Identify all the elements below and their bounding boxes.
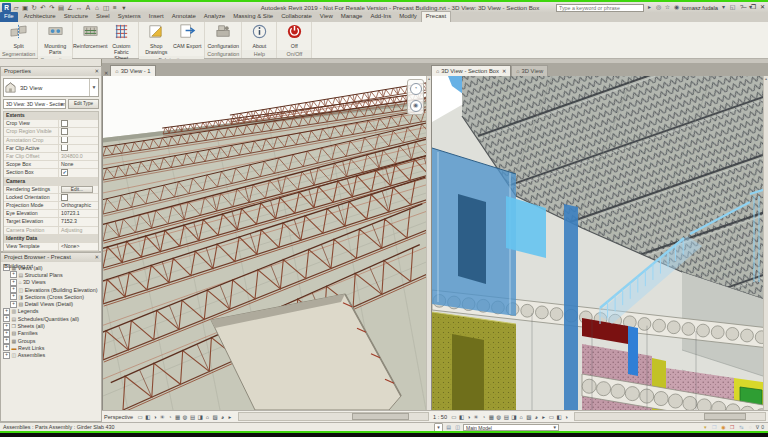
expand-icon[interactable]: + <box>3 330 10 337</box>
view-control-icon[interactable]: ◑ <box>151 413 159 421</box>
expand-icon[interactable]: + <box>3 352 10 359</box>
view-control-icon[interactable]: ◕ <box>533 413 541 421</box>
configuration-button[interactable]: Configuration <box>208 23 238 50</box>
horizontal-scrollbar[interactable] <box>238 412 429 421</box>
view-tab-section-box[interactable]: ⌂ 3D View - Section Box ✕ <box>431 65 511 76</box>
sync-icon[interactable]: ↻ <box>30 3 38 12</box>
open-icon[interactable]: ▱ <box>12 3 20 12</box>
view-control-icon[interactable]: ◑ <box>465 413 473 421</box>
redo-icon[interactable]: ↷ <box>48 3 56 12</box>
expand-icon[interactable]: + <box>3 323 10 330</box>
type-selector[interactable]: 3D View ▼ <box>3 78 99 97</box>
view-control-icon[interactable]: ☀ <box>473 413 481 421</box>
view-control-icon[interactable]: ▧ <box>211 413 219 421</box>
view-control-icon[interactable]: ▤ <box>503 413 511 421</box>
close-icon[interactable]: ✕ <box>94 67 99 76</box>
close-icon[interactable]: ✕ <box>759 3 766 12</box>
expand-icon[interactable]: + <box>3 337 10 344</box>
ribbon-tab-systems[interactable]: Systems <box>114 12 145 22</box>
section-icon[interactable]: ◫ <box>102 3 110 12</box>
view-control-icon[interactable]: ◕ <box>219 413 227 421</box>
mounting-parts-button[interactable]: Mounting Parts <box>40 23 70 56</box>
user-dropdown-icon[interactable]: ▾ <box>720 3 727 12</box>
view-control-icon[interactable]: ▦ <box>488 413 496 421</box>
default-3d-view-icon[interactable]: ⌂ <box>93 3 101 12</box>
edit-button[interactable]: Edit... <box>61 186 93 193</box>
edit-type-button[interactable]: Edit Type <box>68 99 99 109</box>
view-tab-3d-view[interactable]: ⌂ 3D View <box>511 65 548 76</box>
thin-lines-icon[interactable]: ≡ <box>111 3 119 12</box>
tree-item-3d-views[interactable]: +⌂3D Views <box>3 279 101 286</box>
close-tab-icon[interactable]: ✕ <box>502 66 506 77</box>
instance-selector[interactable]: 3D View: 3D View - Section Box ▼ <box>3 99 66 109</box>
tree-item-schedules-quantities-all-[interactable]: +▤Schedules/Quantities (all) <box>3 315 101 322</box>
restore-icon[interactable]: ❐ <box>750 3 757 12</box>
ribbon-tab-collaborate[interactable]: Collaborate <box>277 12 316 22</box>
view-control-icon[interactable]: ▸ <box>540 413 548 421</box>
view-tab-3d-view-1[interactable]: ⌂ 3D View - 1 <box>110 65 155 76</box>
zoom-icon[interactable]: ◉ <box>410 100 422 112</box>
workset-status-icon[interactable]: ▾ <box>702 424 709 431</box>
view-control-icon[interactable]: ▭ <box>450 413 458 421</box>
view-control-icon[interactable]: ▭ <box>136 413 144 421</box>
steering-wheel-icon[interactable]: ◔ <box>410 83 422 95</box>
project-browser-header[interactable]: Project Browser - Precast Building.rvt ✕ <box>1 253 101 262</box>
property-value[interactable]: None <box>59 161 98 168</box>
property-value[interactable]: ✔ <box>59 169 98 176</box>
tree-item-sheets-all-[interactable]: +❒Sheets (all) <box>3 322 101 329</box>
checkbox[interactable] <box>61 145 68 152</box>
save-icon[interactable]: ▣ <box>21 3 29 12</box>
search-input[interactable] <box>557 5 647 11</box>
view-control-icon[interactable]: ⌂ <box>518 413 526 421</box>
ribbon-tab-analyze[interactable]: Analyze <box>200 12 229 22</box>
view-control-icon[interactable]: ◧ <box>144 413 152 421</box>
tree-item-sections-cross-section-[interactable]: +◨Sections (Cross Section) <box>3 293 101 300</box>
view-control-icon[interactable]: ◨ <box>196 413 204 421</box>
property-value[interactable]: Orthographic <box>59 202 98 209</box>
ribbon-tab-view[interactable]: View <box>316 12 337 22</box>
app-store-icon[interactable]: ◱ <box>729 3 736 12</box>
view-control-icon[interactable]: ☀ <box>159 413 167 421</box>
revit-logo[interactable]: R <box>2 3 11 12</box>
property-value[interactable]: 10723.1 <box>59 210 98 217</box>
drawing-area-left[interactable]: ◔ ◉ ▴ <box>102 76 431 410</box>
aligned-dimension-icon[interactable]: ↔ <box>75 3 83 12</box>
tree-item-families[interactable]: +▨Families <box>3 330 101 337</box>
property-value[interactable]: 7152.3 <box>59 218 98 225</box>
property-value[interactable] <box>59 120 98 127</box>
worksharing-display-icon[interactable]: ▤ <box>445 424 452 431</box>
view-control-icon[interactable]: ▧ <box>525 413 533 421</box>
properties-header[interactable]: Properties ✕ <box>1 67 101 76</box>
vertical-scrollbar[interactable]: ▴ <box>763 76 768 410</box>
expand-icon[interactable]: + <box>10 279 17 286</box>
tree-item-revit-links[interactable]: +▬Revit Links <box>3 344 101 351</box>
view-control-icon[interactable]: ⌂ <box>204 413 212 421</box>
close-icon[interactable]: ✕ <box>94 253 99 262</box>
view-control-icon[interactable]: ◍ <box>495 413 503 421</box>
checkbox-checked[interactable]: ✔ <box>61 169 68 176</box>
about-button[interactable]: About <box>244 23 274 50</box>
text-icon[interactable]: A <box>84 3 92 12</box>
property-group-identity-data[interactable]: Identity Data <box>4 235 98 243</box>
ribbon-tab-file[interactable]: File <box>0 12 18 22</box>
view-control-icon[interactable]: ▤ <box>189 413 197 421</box>
ribbon-tab-manage[interactable]: Manage <box>337 12 367 22</box>
horizontal-scrollbar[interactable] <box>574 412 766 421</box>
background-process-icon[interactable]: ○ <box>747 424 754 431</box>
tree-item-structural-plans[interactable]: +▤Structural Plans <box>3 271 101 278</box>
property-value[interactable] <box>59 145 98 152</box>
print-icon[interactable]: ▤ <box>57 3 65 12</box>
minimize-icon[interactable]: ─ <box>741 3 748 12</box>
tree-item-assemblies[interactable]: +◫Assemblies <box>3 352 101 359</box>
ribbon-tab-massing-site[interactable]: Massing & Site <box>229 12 277 22</box>
view-control-icon[interactable]: ▦ <box>174 413 182 421</box>
measure-icon[interactable]: ∠ <box>66 3 74 12</box>
view-scale-label[interactable]: Perspective <box>104 414 133 420</box>
expand-icon[interactable]: + <box>3 308 10 315</box>
help-search-box[interactable] <box>556 4 644 12</box>
ribbon-tab-precast[interactable]: Precast <box>421 11 451 22</box>
design-options-icon[interactable]: ◫ <box>454 424 461 431</box>
view-control-icon[interactable]: ◑ <box>563 413 571 421</box>
view-control-icon[interactable]: ◔ <box>166 413 174 421</box>
property-value[interactable]: <None> <box>59 243 98 250</box>
